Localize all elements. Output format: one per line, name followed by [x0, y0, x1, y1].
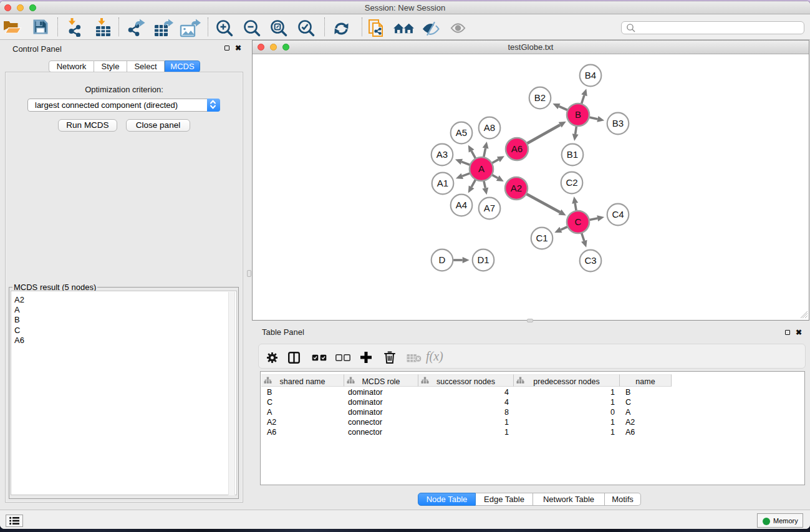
svg-text:A6: A6	[511, 143, 523, 154]
svg-text:C: C	[575, 216, 582, 227]
svg-text:B1: B1	[567, 149, 578, 160]
svg-text:C4: C4	[612, 209, 624, 220]
svg-text:D1: D1	[477, 254, 489, 265]
svg-text:A2: A2	[511, 183, 522, 193]
svg-text:B: B	[575, 109, 581, 120]
svg-text:C3: C3	[584, 255, 596, 266]
svg-text:B4: B4	[585, 70, 596, 80]
svg-text:C1: C1	[536, 233, 547, 243]
svg-text:B3: B3	[612, 118, 624, 128]
svg-text:B2: B2	[534, 92, 546, 103]
svg-text:C2: C2	[566, 177, 577, 188]
svg-text:A5: A5	[456, 127, 467, 138]
svg-text:A3: A3	[436, 149, 448, 160]
svg-text:A7: A7	[484, 203, 495, 213]
svg-text:D: D	[439, 254, 446, 265]
svg-text:A8: A8	[484, 122, 495, 133]
svg-text:A: A	[478, 163, 485, 174]
svg-text:A4: A4	[456, 200, 467, 210]
svg-text:A1: A1	[437, 178, 448, 188]
